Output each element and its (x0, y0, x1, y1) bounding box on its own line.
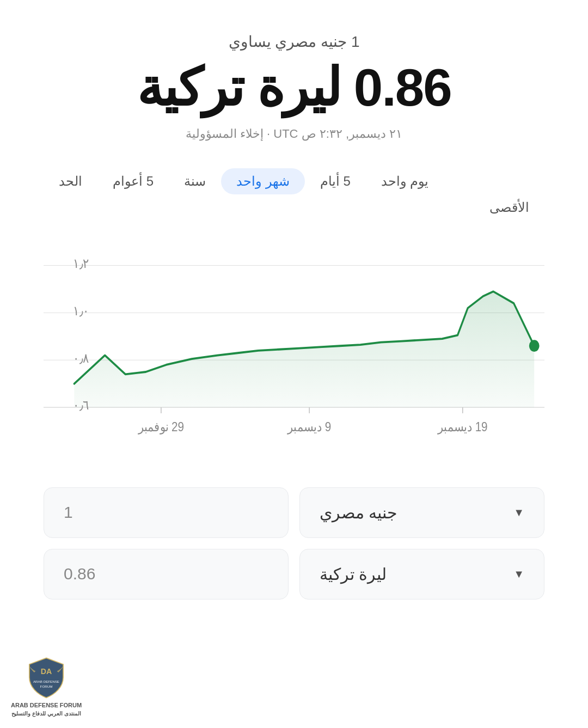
svg-text:١٫٢: ١٫٢ (73, 256, 89, 271)
chart-container: ١٫٢ ١٫٠ ٠٫٨ ٠٫٦ 19 ديسمبر 9 ديسمبر 29 نو… (44, 248, 544, 455)
main-value: 0.86 ليرة تركية (44, 57, 544, 118)
tab-1m[interactable]: شهر واحد (221, 168, 305, 194)
tab-max-line2[interactable]: الأقصى (474, 194, 544, 221)
tab-max-line1[interactable]: الحد (44, 168, 97, 194)
svg-text:9 ديسمبر: 9 ديسمبر (287, 419, 331, 435)
svg-text:DA: DA (41, 667, 52, 676)
to-currency-dropdown-icon[interactable]: ▼ (513, 568, 524, 580)
watermark-text: ARAB DEFENSE FORUM المنتدى العربي للدفاع… (11, 701, 82, 717)
tab-1d[interactable]: يوم واحد (366, 168, 444, 194)
to-currency-box[interactable]: ▼ ليرة تركية (299, 549, 544, 599)
watermark: DA ARAB DEFENSE FORUM ARAB DEFENSE FORUM… (11, 656, 82, 717)
chart-fill (74, 291, 534, 407)
tab-5d[interactable]: 5 أيام (305, 168, 366, 194)
to-currency-name: ليرة تركية (320, 565, 387, 584)
timestamp: ٢١ ديسمبر, ٢:٣٢ ص UTC · إخلاء المسؤولية (44, 127, 544, 141)
from-currency-box[interactable]: ▼ جنيه مصري (299, 487, 544, 538)
chart-end-dot (529, 340, 540, 352)
from-currency-dropdown-icon[interactable]: ▼ (513, 506, 524, 519)
svg-text:٠٫٦: ٠٫٦ (73, 398, 89, 413)
tab-5y[interactable]: 5 أعوام (97, 168, 169, 194)
svg-text:19 ديسمبر: 19 ديسمبر (437, 419, 488, 435)
svg-text:29 نوفمبر: 29 نوفمبر (138, 419, 184, 435)
watermark-shield-icon: DA ARAB DEFENSE FORUM (24, 656, 68, 699)
from-currency-value[interactable]: 1 (44, 487, 289, 538)
subtitle: 1 جنيه مصري يساوي (44, 33, 544, 51)
svg-text:٠٫٨: ٠٫٨ (73, 351, 89, 365)
svg-text:FORUM: FORUM (40, 684, 53, 688)
tab-1y[interactable]: سنة (169, 168, 221, 194)
to-currency-value[interactable]: 0.86 (44, 549, 289, 599)
from-currency-name: جنيه مصري (320, 503, 397, 522)
svg-text:١٫٠: ١٫٠ (73, 303, 89, 318)
svg-text:ARAB DEFENSE: ARAB DEFENSE (33, 680, 59, 683)
currency-grid: ▼ جنيه مصري 1 ▼ ليرة تركية 0.86 (44, 487, 544, 599)
period-tabs-container: يوم واحد 5 أيام شهر واحد سنة 5 أعوام الح… (44, 168, 544, 221)
chart-svg: ١٫٢ ١٫٠ ٠٫٨ ٠٫٦ 19 ديسمبر 9 ديسمبر 29 نو… (44, 248, 544, 455)
